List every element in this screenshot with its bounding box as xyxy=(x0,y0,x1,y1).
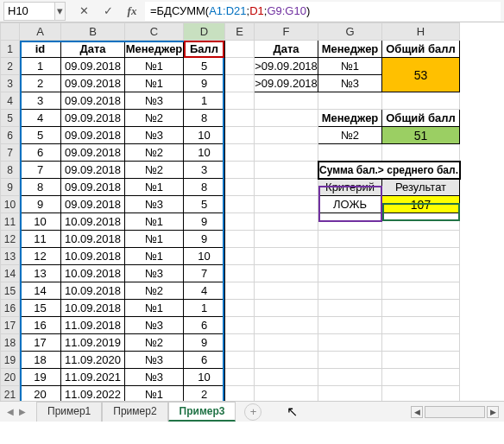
cell[interactable] xyxy=(255,352,318,369)
cell[interactable] xyxy=(382,248,460,265)
cell[interactable]: №1 xyxy=(318,58,382,75)
cell[interactable] xyxy=(225,144,255,162)
cell[interactable]: 15 xyxy=(20,300,61,317)
enter-button[interactable]: ✓ xyxy=(98,2,117,21)
cell[interactable]: 51 xyxy=(382,127,460,144)
cell[interactable]: 09.09.2018 xyxy=(61,110,125,127)
row-header[interactable]: 12 xyxy=(1,231,20,248)
col-header-G[interactable]: G xyxy=(318,23,382,41)
cell[interactable] xyxy=(225,300,255,317)
select-all-corner[interactable] xyxy=(1,23,20,41)
cell[interactable]: 53 xyxy=(382,58,460,92)
cell[interactable] xyxy=(318,282,382,300)
cell[interactable]: 9 xyxy=(184,75,225,92)
sheet-tab-1[interactable]: Пример1 xyxy=(36,402,102,422)
cell[interactable]: 4 xyxy=(20,110,61,127)
cell[interactable]: 3 xyxy=(184,162,225,179)
cell[interactable] xyxy=(225,179,255,196)
cell[interactable]: №1 xyxy=(125,248,184,265)
col-header-F[interactable]: F xyxy=(255,23,318,41)
cell[interactable]: 8 xyxy=(20,179,61,196)
cell[interactable]: 11.09.2018 xyxy=(61,317,125,334)
col-header-B[interactable]: B xyxy=(61,23,125,41)
formula-input[interactable]: =БДСУММ(A1:D21;D1;G9:G10) xyxy=(145,2,501,21)
cell[interactable]: №1 xyxy=(125,231,184,248)
cell[interactable]: 3 xyxy=(20,92,61,110)
cell[interactable]: 1 xyxy=(184,300,225,317)
cell[interactable]: Дата xyxy=(255,41,318,58)
cell[interactable] xyxy=(318,248,382,265)
cell[interactable] xyxy=(318,300,382,317)
cell[interactable]: 9 xyxy=(184,213,225,231)
cell[interactable]: 10 xyxy=(20,213,61,231)
cancel-button[interactable]: ✕ xyxy=(74,2,93,21)
cell[interactable]: 5 xyxy=(184,58,225,75)
cell[interactable] xyxy=(318,352,382,369)
cell[interactable]: №3 xyxy=(318,75,382,92)
cell[interactable]: 10 xyxy=(184,248,225,265)
cell[interactable] xyxy=(255,179,318,196)
cell[interactable]: №1 xyxy=(125,213,184,231)
cell[interactable]: 9 xyxy=(20,196,61,213)
cell[interactable]: №2 xyxy=(125,282,184,300)
cell[interactable] xyxy=(225,58,255,75)
cell[interactable]: Критерий xyxy=(318,179,382,196)
sheet-tab-2[interactable]: Пример2 xyxy=(102,402,167,422)
cell[interactable] xyxy=(382,231,460,248)
cell[interactable] xyxy=(255,265,318,282)
cell[interactable]: №3 xyxy=(125,127,184,144)
cell[interactable]: 1 xyxy=(20,58,61,75)
cell[interactable]: Сумма бал.> среднего бал. xyxy=(318,162,460,179)
cell[interactable]: ЛОЖЬ xyxy=(318,196,382,213)
cell[interactable]: 13 xyxy=(20,265,61,282)
cell[interactable] xyxy=(255,92,318,110)
cell[interactable] xyxy=(225,41,255,58)
cell[interactable] xyxy=(382,213,460,231)
cell[interactable]: 7 xyxy=(184,265,225,282)
cell[interactable]: 09.09.2018 xyxy=(61,58,125,75)
cell[interactable]: 7 xyxy=(20,162,61,179)
tab-nav[interactable]: ◀ ▶ xyxy=(5,407,28,416)
cell[interactable] xyxy=(255,162,318,179)
col-header-H[interactable]: H xyxy=(382,23,460,41)
cell[interactable] xyxy=(255,317,318,334)
cell[interactable]: Общий балл xyxy=(382,41,460,58)
cell[interactable] xyxy=(225,127,255,144)
row-header[interactable]: 4 xyxy=(1,92,20,110)
row-header[interactable]: 8 xyxy=(1,162,20,179)
cell[interactable] xyxy=(318,144,382,162)
new-sheet-button[interactable]: + xyxy=(244,403,261,421)
cell[interactable]: 6 xyxy=(184,317,225,334)
cell[interactable]: 10.09.2018 xyxy=(61,282,125,300)
cell[interactable] xyxy=(382,92,460,110)
cell[interactable]: 4 xyxy=(184,282,225,300)
cell[interactable]: 9 xyxy=(184,231,225,248)
cell[interactable]: 10.09.2018 xyxy=(61,265,125,282)
name-box-dropdown[interactable]: ▾ xyxy=(55,2,66,21)
cell[interactable] xyxy=(225,352,255,369)
cell[interactable]: 10.09.2018 xyxy=(61,248,125,265)
cell[interactable]: 10 xyxy=(184,369,225,386)
row-header[interactable]: 7 xyxy=(1,144,20,162)
row-header[interactable]: 20 xyxy=(1,369,20,386)
row-header[interactable]: 13 xyxy=(1,248,20,265)
cell[interactable]: >09.09.2018 xyxy=(255,58,318,75)
col-header-A[interactable]: A xyxy=(20,23,61,41)
row-header[interactable]: 6 xyxy=(1,127,20,144)
row-header[interactable]: 19 xyxy=(1,352,20,369)
cell[interactable]: Балл xyxy=(184,41,225,58)
scroll-track[interactable] xyxy=(425,406,485,418)
cell[interactable] xyxy=(255,110,318,127)
cell[interactable]: >09.09.2018 xyxy=(255,75,318,92)
cell[interactable] xyxy=(255,196,318,213)
cell[interactable]: 10.09.2018 xyxy=(61,300,125,317)
cell[interactable] xyxy=(318,265,382,282)
col-header-D[interactable]: D xyxy=(184,23,225,41)
cell[interactable] xyxy=(255,334,318,352)
cell[interactable]: 10.09.2018 xyxy=(61,231,125,248)
cell[interactable]: 09.09.2018 xyxy=(61,196,125,213)
cell[interactable] xyxy=(382,144,460,162)
cell[interactable]: 6 xyxy=(20,144,61,162)
cell[interactable]: №3 xyxy=(125,317,184,334)
cell[interactable]: 11.09.2019 xyxy=(61,334,125,352)
